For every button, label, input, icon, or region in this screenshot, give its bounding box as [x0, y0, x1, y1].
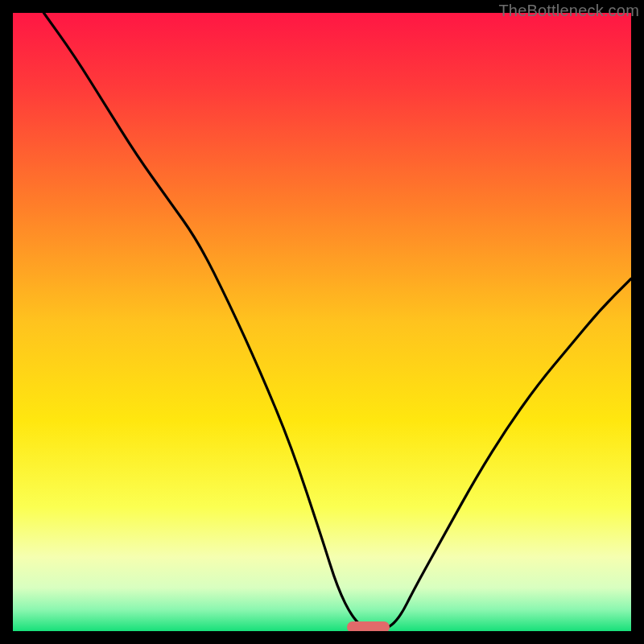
bottleneck-curve [13, 13, 631, 631]
optimum-marker [347, 621, 390, 631]
watermark-label: TheBottleneck.com [498, 2, 639, 20]
plot-area [13, 13, 631, 631]
chart-container: TheBottleneck.com [0, 0, 644, 644]
